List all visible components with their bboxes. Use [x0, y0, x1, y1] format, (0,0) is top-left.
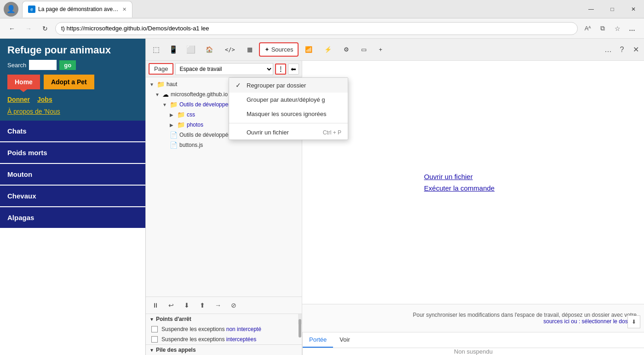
cm-hide-sources[interactable]: Masquer les sources ignorées: [229, 107, 348, 121]
tab-memory[interactable]: ⚙: [338, 42, 355, 57]
tab-voir[interactable]: Voir: [333, 332, 356, 348]
scrollbar[interactable]: [298, 314, 302, 324]
site-search: Search go: [7, 60, 138, 70]
deactivate-icon[interactable]: ⊘: [228, 299, 240, 311]
tab-network[interactable]: ▦: [242, 42, 258, 57]
close-button[interactable]: ✕: [623, 0, 644, 18]
bp-text-2: Suspendre les exceptions interceptées: [161, 336, 256, 343]
cm-group-author[interactable]: Grouper par auteur/déployé g: [229, 93, 348, 107]
search-input[interactable]: [29, 60, 57, 70]
devtools-close-button[interactable]: ✕: [629, 43, 642, 56]
step-into-icon[interactable]: ⬇: [181, 299, 193, 311]
workspace-select[interactable]: Espace de travail: [175, 63, 273, 75]
address-right-icons: Aᴬ ⧉ ☆ …: [581, 22, 638, 35]
tab-add[interactable]: +: [373, 42, 388, 57]
cm-shortcut-open: Ctrl + P: [323, 129, 341, 136]
debug-toolbar: ⏸ ↩ ⬇ ⬆ → ⊘: [146, 297, 302, 314]
home-tab-icon: 🏠: [206, 46, 213, 53]
read-aloud-icon[interactable]: Aᴬ: [581, 22, 594, 35]
search-button[interactable]: go: [59, 60, 76, 70]
tab-console[interactable]: </>: [219, 43, 241, 57]
cm-label-open: Ouvrir un fichier: [247, 129, 319, 136]
tab-home[interactable]: 🏠: [200, 42, 218, 57]
cm-open-file[interactable]: Ouvrir un fichier Ctrl + P: [229, 125, 348, 140]
browser-tab[interactable]: e La page de démonstration avec accessib…: [22, 1, 132, 17]
devtools-help-button[interactable]: ?: [615, 43, 628, 56]
folder-icon: 📁: [177, 111, 185, 118]
open-file-link[interactable]: Ouvrir un fichier: [424, 173, 473, 180]
list-item[interactable]: Chats: [0, 121, 145, 142]
adopt-button[interactable]: Adopt a Pet: [44, 75, 94, 89]
perf-tab-icon: ⚡: [324, 46, 332, 53]
devtools-more-button[interactable]: …: [602, 43, 615, 56]
tab-close-icon[interactable]: ✕: [122, 6, 126, 12]
tree-arrow: ▶: [170, 112, 175, 117]
wifi-tab-icon: 📶: [305, 46, 312, 53]
back-nav-button[interactable]: ⬅: [288, 64, 299, 75]
tab-wifi[interactable]: 📶: [299, 42, 318, 57]
call-stack-header[interactable]: ▼ Pile des appels: [146, 344, 302, 355]
tab-performance[interactable]: ⚡: [319, 42, 337, 57]
inspect-icon-btn[interactable]: ⬚: [148, 41, 164, 58]
list-item[interactable]: Alpagas: [0, 207, 145, 229]
browser-avatar: 👤: [4, 2, 18, 17]
memory-tab-icon: ⚙: [344, 46, 349, 53]
bp-text-1: Suspendre les exceptions non intercepté: [161, 326, 261, 332]
tab-sources[interactable]: ✦ Sources: [259, 42, 299, 57]
bp-checkbox-1[interactable]: [151, 326, 158, 332]
bp-checkbox-2[interactable]: [151, 336, 158, 343]
tab-application[interactable]: ▭: [356, 42, 372, 57]
maximize-button[interactable]: □: [602, 0, 623, 18]
more-icon[interactable]: …: [626, 22, 638, 35]
list-item[interactable]: Mouton: [0, 164, 145, 186]
title-bar: 👤 e La page de démonstration avec access…: [0, 0, 644, 18]
site-nav: Home Adopt a Pet: [7, 75, 138, 89]
site-header: Refuge pour animaux Search go Home Adopt…: [0, 39, 145, 121]
devtools-content: Page Espace de travail ⋮ ⬅ ✓ Regrouper p…: [146, 61, 644, 355]
donner-link[interactable]: Donner: [7, 96, 30, 103]
minimize-button[interactable]: —: [581, 0, 602, 18]
non-suspendu-text: Non suspendu: [454, 348, 493, 355]
step-out-icon[interactable]: ⬆: [196, 299, 208, 311]
step-over-icon[interactable]: ↩: [165, 299, 177, 311]
about-link[interactable]: À propos de 'Nous: [7, 108, 138, 115]
sync-link[interactable]: sources ici ou : sélectionner le dossier: [543, 318, 637, 325]
cm-regroup-folder[interactable]: ✓ Regrouper par dossier: [229, 78, 348, 93]
list-item[interactable]: Poids morts: [0, 142, 145, 164]
check-icon: ✓: [236, 81, 243, 89]
back-button[interactable]: ←: [6, 22, 18, 35]
step-icon[interactable]: →: [212, 299, 224, 311]
cm-divider: [229, 123, 348, 123]
page-tab[interactable]: Page: [149, 63, 173, 75]
site-title: Refuge pour animaux: [7, 44, 138, 56]
jobs-link[interactable]: Jobs: [37, 96, 52, 103]
three-dots-menu-button[interactable]: ⋮: [275, 64, 286, 75]
console-tab-icon: </>: [225, 47, 235, 53]
download-button[interactable]: ⬇: [627, 315, 640, 328]
split-screen-icon[interactable]: ⧉: [596, 22, 609, 35]
breakpoints-section: Suspendre les exceptions non intercepté …: [146, 324, 302, 344]
home-button[interactable]: Home: [7, 75, 40, 89]
device-icon-btn[interactable]: 📱: [165, 41, 182, 58]
main-area: Refuge pour animaux Search go Home Adopt…: [0, 39, 644, 355]
tree-label-buttons: buttons.js: [179, 142, 203, 148]
forward-button[interactable]: →: [22, 22, 35, 35]
sources-main-area: Ouvrir un fichier Exécuter la commande: [302, 61, 644, 304]
tab-portee[interactable]: Portée: [303, 332, 333, 348]
favorites-icon[interactable]: ☆: [611, 22, 624, 35]
breakpoints-header[interactable]: ▼ Points d'arrêt: [146, 314, 302, 324]
list-item[interactable]: Chevaux: [0, 186, 145, 207]
elements-icon-btn[interactable]: ⬜: [183, 41, 199, 58]
pile-label: Pile des appels: [156, 347, 196, 353]
address-input[interactable]: [55, 22, 578, 35]
site-list: Chats Poids morts Mouton Chevaux Alpagas: [0, 121, 145, 229]
workspace-sync-area: Pour synchroniser les modifications dans…: [302, 304, 644, 332]
pile-expand-icon: ▼: [150, 348, 154, 353]
pause-icon[interactable]: ⏸: [150, 299, 161, 311]
tree-arrow: ▶: [170, 122, 175, 128]
app-tab-icon: ▭: [361, 46, 367, 53]
exec-cmd-link[interactable]: Exécuter la commande: [424, 184, 494, 192]
refresh-button[interactable]: ↻: [39, 22, 52, 35]
tree-item-buttons[interactable]: 📄 buttons.js: [146, 140, 302, 150]
cm-label-author: Grouper par auteur/déployé g: [247, 96, 341, 103]
